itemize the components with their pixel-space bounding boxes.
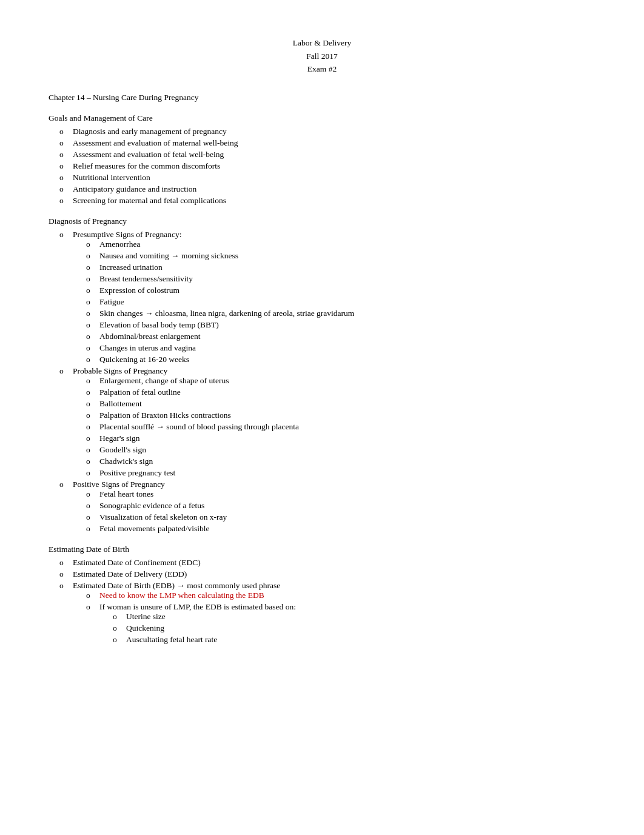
edb-unsure-list: Uterine size Quickening Auscultating fet… (99, 612, 595, 645)
list-item: Fatigue (99, 297, 595, 307)
list-item: Estimated Date of Confinement (EDC) (73, 558, 595, 568)
list-item: Expression of colostrum (99, 286, 595, 295)
edb-red-item: Need to know the LMP when calculating th… (99, 591, 595, 600)
list-item: Ballottement (99, 399, 595, 409)
positive-item: Positive Signs of Pregnancy Fetal heart … (73, 480, 595, 534)
list-item: Visualization of fetal skeleton on x-ray (99, 512, 595, 522)
list-item: Screening for maternal and fetal complic… (73, 196, 595, 206)
list-item: Assessment and evaluation of fetal well-… (73, 150, 595, 159)
list-item: Relief measures for the common discomfor… (73, 161, 595, 171)
list-item: Hegar's sign (99, 434, 595, 443)
list-item: Changes in uterus and vagina (99, 343, 595, 353)
probable-item: Probable Signs of Pregnancy Enlargement,… (73, 366, 595, 478)
list-item: Enlargement, change of shape of uterus (99, 376, 595, 386)
list-item: Chadwick's sign (99, 457, 595, 466)
list-item: Quickening (126, 623, 595, 633)
edb-main-label: Estimated Date of Birth (EDB) → most com… (73, 581, 280, 590)
list-item: Auscultating fetal heart rate (126, 635, 595, 645)
list-item: Quickening at 16-20 weeks (99, 355, 595, 364)
list-item: Elevation of basal body temp (BBT) (99, 320, 595, 330)
positive-label: Positive Signs of Pregnancy (73, 480, 165, 489)
goals-list: Diagnosis and early management of pregna… (49, 127, 595, 206)
list-item: Estimated Date of Delivery (EDD) (73, 569, 595, 579)
chapter-title: Chapter 14 – Nursing Care During Pregnan… (49, 93, 595, 102)
probable-label: Probable Signs of Pregnancy (73, 366, 167, 375)
edb-title: Estimating Date of Birth (49, 545, 595, 554)
list-item: Nutritional intervention (73, 173, 595, 183)
page-header: Labor & Delivery Fall 2017 Exam #2 (49, 36, 595, 76)
list-item: Palpation of fetal outline (99, 387, 595, 397)
goals-section: Goals and Management of Care Diagnosis a… (49, 113, 595, 206)
list-item: Fetal movements palpated/visible (99, 524, 595, 534)
edb-unsure-item: If woman is unsure of LMP, the EDB is es… (99, 602, 595, 645)
edb-section: Estimating Date of Birth Estimated Date … (49, 545, 595, 645)
list-item: Nausea and vomiting → morning sickness (99, 251, 595, 261)
list-item: Amenorrhea (99, 240, 595, 249)
goals-title: Goals and Management of Care (49, 113, 595, 123)
presumptive-item: Presumptive Signs of Pregnancy: Amenorrh… (73, 230, 595, 364)
positive-list: Fetal heart tones Sonographic evidence o… (73, 489, 595, 534)
list-item: Positive pregnancy test (99, 468, 595, 478)
list-item: Anticipatory guidance and instruction (73, 184, 595, 194)
edb-sub-list: Need to know the LMP when calculating th… (73, 591, 595, 645)
header-line1: Labor & Delivery (49, 36, 595, 50)
list-item: Fetal heart tones (99, 489, 595, 499)
list-item: Diagnosis and early management of pregna… (73, 127, 595, 136)
edb-red-text: Need to know the LMP when calculating th… (99, 591, 264, 600)
presumptive-label: Presumptive Signs of Pregnancy: (73, 230, 182, 239)
list-item: Sonographic evidence of a fetus (99, 501, 595, 511)
edb-main-item: Estimated Date of Birth (EDB) → most com… (73, 581, 595, 645)
diagnosis-title: Diagnosis of Pregnancy (49, 216, 595, 226)
list-item: Increased urination (99, 263, 595, 272)
edb-unsure-label: If woman is unsure of LMP, the EDB is es… (99, 602, 296, 611)
list-item: Breast tenderness/sensitivity (99, 274, 595, 284)
list-item: Skin changes → chloasma, linea nigra, da… (99, 309, 595, 318)
list-item: Assessment and evaluation of maternal we… (73, 138, 595, 148)
list-item: Goodell's sign (99, 445, 595, 455)
header-line3: Exam #2 (49, 62, 595, 76)
probable-list: Enlargement, change of shape of uterus P… (73, 376, 595, 478)
header-line2: Fall 2017 (49, 50, 595, 63)
presumptive-list: Amenorrhea Nausea and vomiting → morning… (73, 240, 595, 364)
edb-list: Estimated Date of Confinement (EDC) Esti… (49, 558, 595, 645)
diagnosis-list: Presumptive Signs of Pregnancy: Amenorrh… (49, 230, 595, 534)
list-item: Placental soufflé → sound of blood passi… (99, 422, 595, 432)
list-item: Palpation of Braxton Hicks contractions (99, 411, 595, 420)
list-item: Uterine size (126, 612, 595, 622)
list-item: Abdominal/breast enlargement (99, 332, 595, 341)
diagnosis-section: Diagnosis of Pregnancy Presumptive Signs… (49, 216, 595, 534)
